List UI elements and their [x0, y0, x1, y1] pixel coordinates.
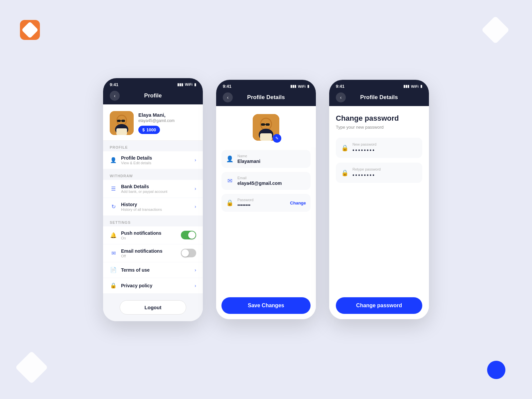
battery-icon: ▮ [194, 82, 196, 87]
menu-sub-bank: Add bank, or paypal account [121, 190, 191, 194]
menu-sub-profile: View & Edit details [121, 161, 191, 165]
profile-header: Elaya Mani, elaya45@gamil.com $ 1000 [103, 104, 203, 141]
nav-bar-2: ‹ Profile Details [216, 91, 316, 106]
field-email[interactable]: ✉ Email elaya45@gmail.com [221, 172, 311, 190]
status-bar-1: 9:41 ▮▮▮ WiFi ▮ [103, 78, 203, 90]
retype-password-value: •••••••• [352, 172, 417, 178]
toggle-email-notifications: ✉ Email notifications Off [103, 244, 203, 262]
section-settings: SETTINGS [103, 216, 203, 226]
field-name[interactable]: 👤 Name Elayamani [221, 150, 311, 168]
push-notif-title: Push notifications [121, 230, 177, 236]
edit-badge[interactable]: ✎ [273, 134, 281, 143]
new-password-label: New password [352, 142, 417, 146]
profile-email: elaya45@gamil.com [138, 118, 196, 123]
signal-icon: ▮▮▮ [177, 82, 183, 87]
avatar [110, 111, 134, 135]
nav-title-2: Profile Details [247, 94, 285, 101]
new-password-field[interactable]: 🔒 New password •••••••• [336, 138, 422, 158]
lock-new-icon: 🔒 [341, 144, 348, 152]
email-notif-sub: Off [121, 254, 177, 258]
lock-icon: 🔒 [110, 282, 117, 289]
back-button-3[interactable]: ‹ [336, 92, 346, 102]
email-notif-title: Email notifications [121, 248, 177, 254]
email-icon: ✉ [110, 249, 117, 257]
terms-title: Terms of use [121, 267, 191, 273]
toggle-knob [188, 231, 196, 239]
logout-section: Logout [103, 294, 203, 321]
nav-title-1: Profile [144, 92, 162, 99]
lock-field-icon: 🔒 [226, 199, 233, 206]
save-btn-section: Save Changes [216, 292, 316, 319]
menu-sub-history: History of all transactions [121, 207, 191, 211]
signal-icon-3: ▮▮▮ [403, 84, 409, 88]
email-toggle[interactable] [181, 249, 196, 257]
menu-title-history: History [121, 202, 191, 207]
status-time-1: 9:41 [110, 82, 118, 87]
change-pw-heading: Change password [336, 114, 422, 123]
deco-circle-bottomright [487, 361, 505, 379]
back-button-2[interactable]: ‹ [223, 92, 233, 102]
svg-rect-6 [121, 120, 125, 122]
menu-title-profile: Profile Details [121, 155, 191, 161]
status-bar-2: 9:41 ▮▮▮ WiFi ▮ [216, 80, 316, 91]
toggle-push-notifications: 🔔 Push notifications On [103, 226, 203, 244]
profile-name: Elaya Mani, [138, 112, 196, 118]
svg-rect-9 [116, 128, 127, 135]
field-label-password: Password [237, 198, 286, 202]
phone-profile: 9:41 ▮▮▮ WiFi ▮ ‹ Profile [103, 78, 203, 321]
menu-terms[interactable]: 📄 Terms of use › [103, 262, 203, 278]
chevron-right-icon-bank: › [195, 186, 196, 191]
push-toggle[interactable] [181, 231, 196, 239]
email-field-icon: ✉ [226, 177, 233, 185]
field-value-name: Elayamani [237, 159, 306, 164]
menu-title-bank: Bank Details [121, 184, 191, 189]
back-button-1[interactable]: ‹ [110, 91, 120, 101]
save-changes-button[interactable]: Save Changes [221, 297, 311, 314]
nav-title-3: Profile Details [360, 94, 398, 101]
wifi-icon: WiFi [185, 82, 193, 86]
svg-rect-17 [260, 133, 272, 141]
signal-icon-2: ▮▮▮ [290, 84, 296, 88]
toggle-knob-email [182, 249, 189, 257]
status-time-3: 9:41 [336, 84, 344, 89]
change-pw-subtext: Type your new password [336, 125, 422, 130]
chevron-right-icon-privacy: › [195, 283, 196, 288]
field-value-email: elaya45@gmail.com [237, 181, 306, 186]
phone3-content: Change password Type your new password 🔒… [329, 106, 429, 319]
bell-icon: 🔔 [110, 231, 117, 239]
field-password[interactable]: 🔒 Password •••••••• Change [221, 194, 311, 212]
menu-bank-details[interactable]: ☰ Bank Details Add bank, or paypal accou… [103, 180, 203, 198]
phone-change-password: 9:41 ▮▮▮ WiFi ▮ ‹ Profile Details Change… [329, 80, 429, 319]
lock-retype-icon: 🔒 [341, 169, 348, 177]
balance-badge: $ 1000 [138, 126, 160, 134]
status-time-2: 9:41 [223, 84, 231, 89]
menu-privacy[interactable]: 🔒 Privacy policy › [103, 278, 203, 294]
menu-profile-details[interactable]: 👤 Profile Details View & Edit details › [103, 151, 203, 169]
change-password-section: Change password Type your new password 🔒… [329, 106, 429, 319]
status-icons-2: ▮▮▮ WiFi ▮ [290, 84, 309, 88]
wifi-icon-2: WiFi [298, 84, 306, 88]
bank-icon: ☰ [110, 185, 117, 192]
history-icon: ↻ [110, 203, 117, 210]
menu-history[interactable]: ↻ History History of all transactions › [103, 198, 203, 216]
nav-bar-3: ‹ Profile Details [329, 91, 429, 106]
balance-amount: 1000 [146, 127, 156, 132]
avatar-edit: ✎ [253, 114, 279, 141]
battery-icon-2: ▮ [307, 84, 309, 88]
fields-section: 👤 Name Elayamani ✉ Email elaya45@gmail.c… [216, 147, 316, 292]
change-pw-btn-section: Change password [329, 292, 429, 319]
battery-icon-3: ▮ [420, 84, 422, 88]
change-password-link[interactable]: Change [290, 200, 306, 205]
logout-button[interactable]: Logout [120, 300, 186, 315]
section-withdraw: WITHDRAW [103, 169, 203, 180]
doc-icon: 📄 [110, 266, 117, 274]
change-password-button[interactable]: Change password [336, 297, 422, 314]
phone-profile-details: 9:41 ▮▮▮ WiFi ▮ ‹ Profile Details [216, 80, 316, 319]
privacy-title: Privacy policy [121, 283, 191, 288]
retype-password-label: Retype password [352, 167, 417, 171]
field-label-name: Name [237, 154, 306, 158]
field-label-email: Email [237, 176, 306, 180]
retype-password-field[interactable]: 🔒 Retype password •••••••• [336, 163, 422, 183]
phones-container: 9:41 ▮▮▮ WiFi ▮ ‹ Profile [0, 0, 532, 399]
avatar-edit-section: ✎ [216, 106, 316, 147]
